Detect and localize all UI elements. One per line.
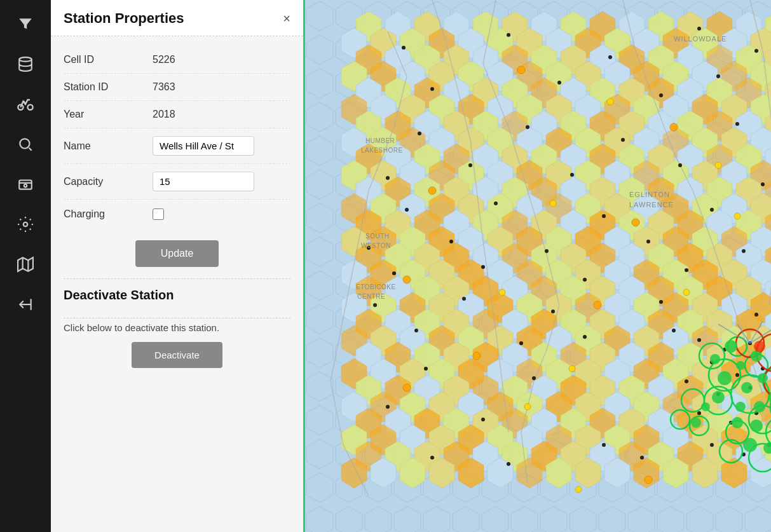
svg-point-588 bbox=[735, 402, 746, 412]
svg-point-596 bbox=[743, 438, 757, 452]
cell-id-label: Cell ID bbox=[64, 54, 153, 65]
svg-point-483 bbox=[462, 297, 466, 301]
year-label: Year bbox=[64, 109, 153, 120]
svg-point-528 bbox=[403, 276, 411, 283]
svg-point-522 bbox=[670, 123, 678, 131]
svg-text:WESTON: WESTON bbox=[361, 242, 391, 249]
svg-point-458 bbox=[526, 125, 529, 129]
deactivate-section-title: Deactivate Station bbox=[64, 279, 290, 306]
svg-point-447 bbox=[402, 46, 406, 50]
svg-point-519 bbox=[640, 456, 644, 460]
svg-point-586 bbox=[758, 373, 768, 383]
svg-point-518 bbox=[602, 443, 606, 447]
charging-row: Charging bbox=[64, 200, 290, 229]
svg-point-589 bbox=[754, 401, 765, 413]
svg-point-525 bbox=[550, 200, 556, 207]
svg-point-486 bbox=[754, 313, 758, 317]
svg-point-531 bbox=[683, 289, 690, 296]
capacity-input[interactable] bbox=[153, 172, 254, 191]
sidebar-item-filter[interactable] bbox=[6, 6, 44, 41]
deactivate-button[interactable]: Deactivate bbox=[132, 342, 222, 368]
svg-point-509 bbox=[414, 329, 418, 332]
svg-point-454 bbox=[659, 93, 663, 97]
sidebar-item-export[interactable] bbox=[6, 287, 44, 322]
svg-point-520 bbox=[517, 66, 525, 74]
year-row: Year 2018 bbox=[64, 101, 290, 128]
sidebar-item-layers[interactable] bbox=[6, 46, 44, 81]
svg-point-473 bbox=[449, 240, 453, 243]
svg-point-468 bbox=[494, 201, 498, 205]
svg-point-581 bbox=[725, 340, 737, 353]
svg-point-476 bbox=[742, 249, 746, 253]
svg-point-3 bbox=[20, 139, 29, 148]
svg-point-487 bbox=[672, 329, 676, 332]
svg-point-517 bbox=[507, 462, 510, 466]
svg-text:HUMBER: HUMBER bbox=[365, 137, 395, 144]
svg-point-515 bbox=[481, 418, 485, 421]
svg-point-504 bbox=[710, 443, 714, 447]
sidebar-item-search[interactable] bbox=[6, 126, 44, 161]
name-row: Name bbox=[64, 128, 290, 164]
capacity-label: Capacity bbox=[64, 176, 153, 188]
svg-point-450 bbox=[697, 27, 701, 31]
svg-point-485 bbox=[659, 300, 663, 304]
svg-point-593 bbox=[750, 419, 763, 432]
svg-point-474 bbox=[545, 249, 549, 253]
sidebar-item-dollar[interactable] bbox=[6, 167, 44, 201]
sidebar-item-map[interactable] bbox=[6, 247, 44, 282]
svg-text:SOUTH: SOUTH bbox=[365, 233, 390, 240]
svg-point-462 bbox=[386, 176, 390, 180]
station-id-label: Station ID bbox=[64, 81, 153, 93]
station-id-row: Station ID 7363 bbox=[64, 74, 290, 101]
station-properties-panel: Station Properties × Cell ID 5226 Statio… bbox=[51, 0, 305, 532]
sidebar bbox=[0, 0, 51, 532]
svg-point-599 bbox=[701, 402, 710, 411]
svg-point-582 bbox=[736, 361, 745, 370]
svg-point-601 bbox=[754, 341, 765, 352]
svg-point-532 bbox=[473, 352, 481, 360]
svg-point-494 bbox=[685, 379, 688, 383]
svg-point-465 bbox=[678, 163, 682, 167]
svg-text:CENTRE: CENTRE bbox=[357, 293, 385, 300]
panel-header: Station Properties × bbox=[51, 0, 303, 36]
svg-point-584 bbox=[718, 371, 732, 385]
svg-point-460 bbox=[735, 122, 739, 126]
svg-text:WILLOWDALE: WILLOWDALE bbox=[674, 35, 727, 43]
svg-point-516 bbox=[430, 456, 434, 460]
svg-point-466 bbox=[761, 182, 765, 186]
svg-point-512 bbox=[424, 367, 428, 371]
svg-point-530 bbox=[594, 301, 601, 309]
svg-point-488 bbox=[697, 338, 701, 342]
svg-point-523 bbox=[715, 162, 721, 168]
sidebar-item-settings[interactable] bbox=[6, 207, 44, 242]
svg-text:LAWRENCE: LAWRENCE bbox=[629, 201, 674, 208]
deactivate-description: Click below to deactivate this station. bbox=[64, 318, 290, 342]
svg-point-492 bbox=[735, 373, 739, 377]
svg-point-511 bbox=[583, 335, 587, 339]
svg-point-480 bbox=[685, 268, 688, 272]
cell-id-value: 5226 bbox=[153, 54, 175, 65]
panel-title: Station Properties bbox=[64, 10, 184, 27]
update-button[interactable]: Update bbox=[135, 240, 219, 267]
map-area[interactable]: WILLOWDALE EGLINTON LAWRENCE HUMBER LAKE… bbox=[305, 0, 771, 532]
svg-point-484 bbox=[551, 310, 555, 313]
svg-point-536 bbox=[575, 486, 582, 493]
svg-point-455 bbox=[716, 74, 720, 78]
sidebar-item-bike[interactable] bbox=[6, 86, 44, 121]
svg-point-457 bbox=[418, 132, 421, 135]
svg-point-537 bbox=[645, 476, 652, 484]
svg-point-499 bbox=[697, 411, 701, 415]
svg-point-592 bbox=[732, 417, 743, 428]
svg-point-448 bbox=[507, 33, 510, 37]
svg-point-529 bbox=[499, 289, 505, 296]
close-button[interactable]: × bbox=[283, 12, 290, 25]
svg-point-475 bbox=[646, 240, 650, 243]
svg-text:LAKESHORE: LAKESHORE bbox=[361, 147, 403, 154]
svg-point-449 bbox=[608, 55, 612, 59]
name-input[interactable] bbox=[153, 136, 254, 156]
charging-checkbox[interactable] bbox=[153, 208, 164, 220]
cell-id-row: Cell ID 5226 bbox=[64, 46, 290, 74]
svg-point-585 bbox=[741, 382, 753, 393]
svg-point-451 bbox=[754, 49, 758, 53]
svg-point-478 bbox=[481, 265, 485, 269]
